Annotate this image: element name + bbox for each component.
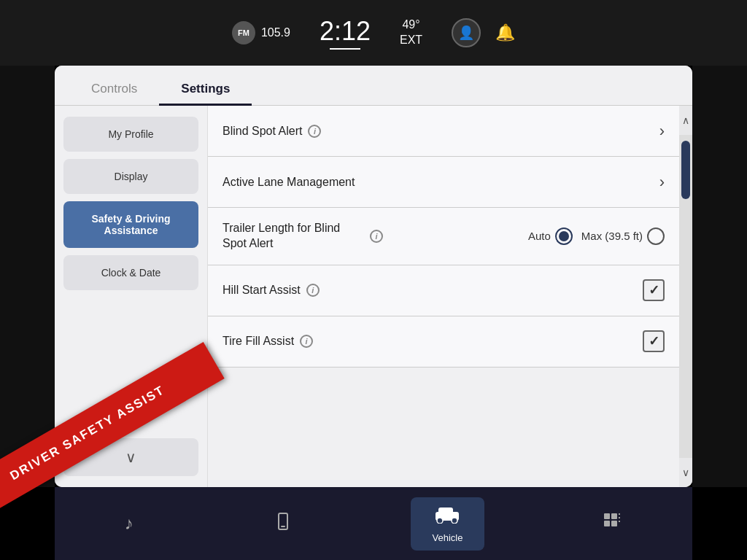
bottom-nav: ♪ Vehicle: [55, 487, 692, 560]
scrollbar-thumb[interactable]: [681, 141, 690, 199]
scroll-down-button[interactable]: ∨: [679, 458, 692, 487]
vehicle-label: Vehicle: [433, 532, 463, 543]
info-icon-tire-fill[interactable]: i: [300, 335, 313, 348]
main-screen: Controls Settings My Profile Display Saf…: [55, 66, 692, 487]
svg-rect-6: [604, 513, 610, 519]
time-underline: [330, 48, 360, 50]
sidebar-item-clock-date[interactable]: Clock & Date: [63, 255, 198, 290]
setting-trailer-length: Trailer Length for Blind Spot Alert i Au…: [208, 208, 679, 265]
tab-controls[interactable]: Controls: [69, 74, 159, 106]
setting-active-lane-management[interactable]: Active Lane Management ›: [208, 157, 679, 208]
nav-item-music[interactable]: ♪: [103, 506, 155, 541]
right-bar: [692, 66, 747, 487]
svg-rect-1: [281, 526, 285, 527]
content-area: My Profile Display Safety & Driving Assi…: [55, 106, 692, 487]
checkbox-tire-fill[interactable]: [643, 330, 665, 352]
setting-tire-fill-assist[interactable]: Tire Fill Assist i: [208, 316, 679, 368]
nav-item-phone[interactable]: [251, 504, 315, 543]
info-icon-blind-spot[interactable]: i: [308, 125, 321, 138]
info-icon-trailer[interactable]: i: [370, 230, 383, 243]
scrollbar: ∧ ∨: [679, 106, 692, 487]
radio-max-circle[interactable]: [647, 228, 665, 245]
sidebar-item-safety-driving[interactable]: Safety & Driving Assistance: [63, 201, 198, 248]
setting-hill-start-assist[interactable]: Hill Start Assist i: [208, 265, 679, 316]
tab-settings[interactable]: Settings: [159, 74, 252, 106]
music-icon: ♪: [125, 513, 133, 534]
radio-max[interactable]: Max (39.5 ft): [581, 228, 665, 245]
fm-badge: FM: [232, 21, 255, 44]
radio-auto-circle[interactable]: [555, 228, 573, 245]
chevron-right-lane: ›: [659, 173, 665, 192]
sidebar-item-my-profile[interactable]: My Profile: [63, 117, 198, 152]
fm-frequency: 105.9: [261, 26, 290, 39]
fm-display: FM 105.9: [232, 21, 290, 44]
scroll-up-button[interactable]: ∧: [679, 106, 692, 135]
checkbox-hill-start[interactable]: [643, 279, 665, 301]
status-bar: FM 105.9 2:12 49° EXT 👤 🔔: [0, 0, 747, 66]
nav-item-vehicle[interactable]: Vehicle: [411, 497, 485, 551]
radio-auto[interactable]: Auto: [528, 228, 573, 245]
sidebar-item-display[interactable]: Display: [63, 159, 198, 194]
svg-point-5: [452, 518, 457, 524]
phone-icon: [273, 511, 293, 536]
svg-rect-7: [611, 513, 617, 519]
temperature-display: 49° EXT: [400, 18, 422, 48]
apps-icon: [602, 511, 622, 536]
time-display: 2:12: [320, 16, 371, 50]
settings-panel: Blind Spot Alert i › Active Lane Managem…: [208, 106, 692, 487]
left-bar: [0, 66, 55, 487]
profile-icon[interactable]: 👤: [452, 18, 481, 47]
trailer-radio-group: Auto Max (39.5 ft): [528, 228, 665, 245]
svg-rect-8: [604, 521, 610, 526]
svg-rect-10: [619, 513, 620, 515]
status-icons: 👤 🔔: [452, 18, 515, 47]
nav-item-apps[interactable]: [580, 504, 644, 543]
bell-icon[interactable]: 🔔: [495, 23, 515, 42]
svg-rect-3: [438, 508, 453, 515]
svg-rect-11: [619, 517, 620, 518]
tab-bar: Controls Settings: [55, 66, 692, 106]
chevron-right-blind-spot: ›: [659, 122, 665, 141]
svg-rect-12: [619, 521, 620, 522]
setting-blind-spot-alert[interactable]: Blind Spot Alert i ›: [208, 106, 679, 157]
vehicle-icon: [433, 505, 462, 528]
svg-rect-9: [611, 521, 617, 526]
settings-list: Blind Spot Alert i › Active Lane Managem…: [208, 106, 692, 487]
info-icon-hill-start[interactable]: i: [306, 284, 320, 297]
svg-point-4: [437, 518, 443, 524]
bottom-right-corner: [692, 487, 747, 560]
